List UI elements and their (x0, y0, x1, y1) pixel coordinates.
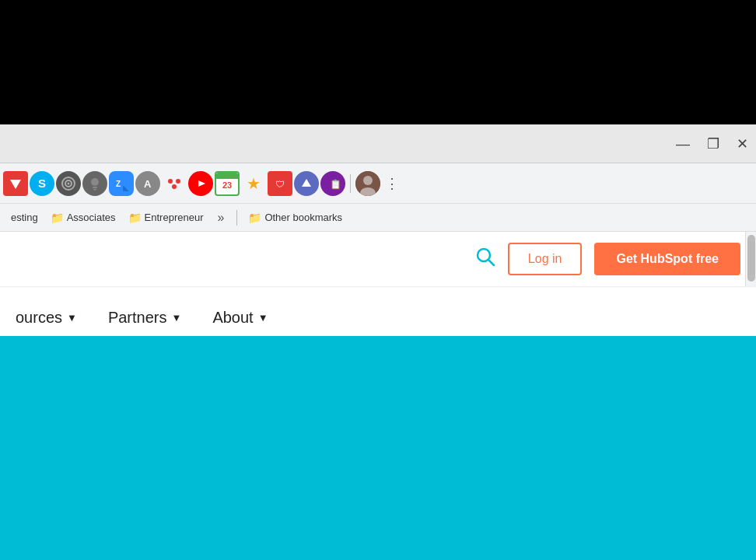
svg-point-13 (168, 179, 173, 184)
bookmark-associates[interactable]: 📁 Associates (46, 209, 121, 226)
svg-rect-5 (93, 187, 97, 188)
bookmark-folder-icon: 📁 (51, 212, 64, 224)
bookmarks-bar: esting 📁 Associates 📁 Entrepreneur » 📁 O… (0, 204, 756, 232)
nav-partners-chevron: ▼ (172, 312, 182, 324)
black-top-area (0, 0, 756, 124)
svg-point-4 (91, 178, 99, 186)
bookmark-entrepreneur[interactable]: 📁 Entrepreneur (124, 209, 208, 226)
nav-resources-chevron: ▼ (67, 312, 77, 324)
kebab-menu-icon[interactable]: ⋮ (382, 172, 402, 195)
svg-text:📋: 📋 (330, 178, 341, 190)
search-button[interactable] (475, 247, 495, 271)
spiral-icon[interactable] (56, 171, 81, 196)
zoom-icon[interactable]: Z (109, 171, 134, 196)
bookmark-more-button[interactable]: » (211, 208, 230, 227)
get-hubspot-button[interactable]: Get HubSpot free (594, 243, 740, 275)
svg-point-25 (363, 176, 373, 185)
purple-bookmark-icon[interactable]: 📋 (320, 171, 345, 196)
minimize-button[interactable]: — (676, 137, 690, 151)
svg-marker-0 (10, 180, 21, 189)
shield-icon[interactable]: 🛡 (268, 171, 292, 196)
svg-text:🛡: 🛡 (275, 179, 285, 190)
nav-partners-label: Partners (108, 309, 167, 327)
bookmark-testing[interactable]: esting (6, 209, 43, 226)
site-navigation: ources ▼ Partners ▼ About ▼ (0, 287, 756, 336)
scrollbar-thumb[interactable] (747, 235, 755, 282)
bookmark-other-folder-icon: 📁 (248, 212, 261, 224)
bookmark-folder-icon-2: 📁 (128, 212, 142, 224)
youtube-icon[interactable] (188, 171, 213, 196)
up-arrow-icon[interactable] (294, 171, 319, 196)
webpage-content: Log in Get HubSpot free ources ▼ Partner… (0, 232, 756, 560)
hero-section (0, 336, 756, 560)
login-button[interactable]: Log in (508, 243, 583, 275)
svg-line-28 (488, 260, 494, 265)
svg-point-3 (68, 182, 70, 184)
bookmark-other[interactable]: 📁 Other bookmarks (243, 209, 347, 226)
toolbar-divider (350, 174, 351, 193)
browser-toolbar: S Z A (0, 163, 756, 204)
bookmark-entrepreneur-label: Entrepreneur (145, 212, 204, 223)
nav-resources-label: ources (16, 309, 62, 327)
dropbox-icon[interactable] (162, 171, 187, 196)
maximize-button[interactable]: ❐ (707, 137, 719, 151)
bulb-icon[interactable] (82, 171, 107, 196)
webpage-inner: Log in Get HubSpot free ources ▼ Partner… (0, 232, 756, 560)
svg-point-14 (176, 179, 180, 184)
nav-about-chevron: ▼ (258, 312, 268, 324)
svg-text:A: A (144, 178, 152, 190)
svg-text:Z: Z (116, 180, 121, 188)
page-scrollbar[interactable] (745, 232, 756, 286)
svg-rect-6 (93, 189, 96, 191)
nav-about-label: About (212, 309, 253, 327)
a-icon[interactable]: A (135, 171, 160, 196)
calendar-icon[interactable]: 23 (215, 171, 240, 196)
skype-icon[interactable]: S (30, 171, 54, 196)
user-avatar[interactable] (355, 171, 380, 196)
window-chrome: — ❐ ✕ (0, 124, 756, 163)
close-button[interactable]: ✕ (737, 137, 748, 151)
nav-item-resources[interactable]: ources ▼ (0, 299, 93, 336)
hubspot-navbar: Log in Get HubSpot free (0, 232, 756, 287)
bookmark-testing-label: esting (11, 212, 38, 223)
bookmarks-divider (236, 210, 237, 226)
star-icon[interactable]: ★ (241, 171, 266, 196)
nav-item-partners[interactable]: Partners ▼ (93, 299, 197, 336)
window-controls: — ❐ ✕ (676, 137, 748, 151)
bookmark-associates-label: Associates (67, 212, 116, 223)
nav-item-about[interactable]: About ▼ (197, 299, 283, 336)
red-arrow-icon[interactable] (3, 171, 28, 196)
svg-point-15 (172, 184, 177, 189)
bookmark-other-label: Other bookmarks (264, 212, 342, 223)
